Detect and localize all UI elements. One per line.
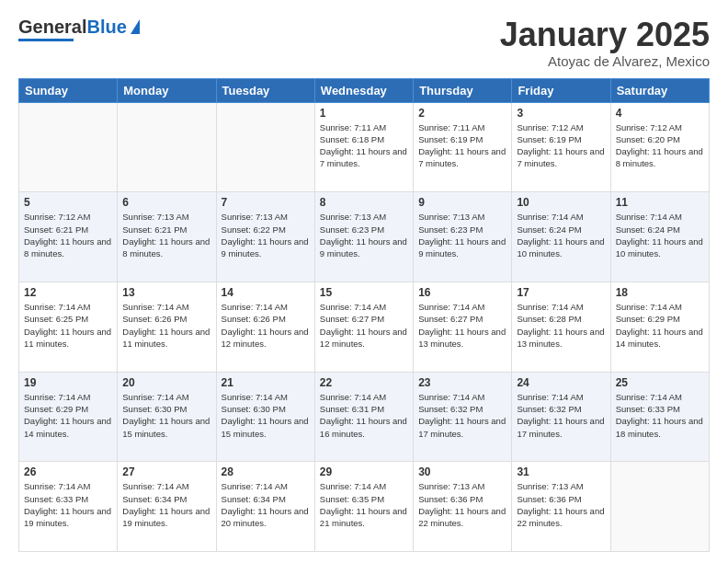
day-info-20: Sunrise: 7:14 AM Sunset: 6:30 PM Dayligh… [122,391,210,440]
day-info-4: Sunrise: 7:12 AM Sunset: 6:20 PM Dayligh… [616,121,704,170]
day-info-14: Sunrise: 7:14 AM Sunset: 6:26 PM Dayligh… [222,301,310,350]
day-number-7: 7 [222,196,310,209]
week-row-2: 5Sunrise: 7:12 AM Sunset: 6:21 PM Daylig… [19,192,710,282]
day-number-22: 22 [320,376,408,389]
day-cell-2-3: 15Sunrise: 7:14 AM Sunset: 6:27 PM Dayli… [314,282,413,372]
day-info-19: Sunrise: 7:14 AM Sunset: 6:29 PM Dayligh… [24,391,112,440]
header-wednesday: Wednesday [314,78,413,102]
day-number-18: 18 [616,286,704,299]
day-info-22: Sunrise: 7:14 AM Sunset: 6:31 PM Dayligh… [320,391,408,440]
day-cell-2-0: 12Sunrise: 7:14 AM Sunset: 6:25 PM Dayli… [19,282,118,372]
day-info-9: Sunrise: 7:13 AM Sunset: 6:23 PM Dayligh… [418,211,506,259]
day-number-25: 25 [616,376,704,389]
day-number-20: 20 [122,376,210,389]
day-cell-0-6: 4Sunrise: 7:12 AM Sunset: 6:20 PM Daylig… [610,102,709,192]
day-info-18: Sunrise: 7:14 AM Sunset: 6:29 PM Dayligh… [616,301,704,350]
day-info-21: Sunrise: 7:14 AM Sunset: 6:30 PM Dayligh… [222,391,310,440]
day-cell-0-1 [118,102,216,192]
day-number-5: 5 [24,196,112,209]
day-number-29: 29 [320,465,408,478]
header-monday: Monday [118,78,216,102]
day-info-7: Sunrise: 7:13 AM Sunset: 6:22 PM Dayligh… [222,211,310,259]
day-number-12: 12 [24,286,112,299]
day-info-2: Sunrise: 7:11 AM Sunset: 6:19 PM Dayligh… [418,121,506,170]
day-cell-4-1: 27Sunrise: 7:14 AM Sunset: 6:34 PM Dayli… [118,462,216,552]
day-cell-0-3: 1Sunrise: 7:11 AM Sunset: 6:18 PM Daylig… [314,102,413,192]
day-info-16: Sunrise: 7:14 AM Sunset: 6:27 PM Dayligh… [418,301,506,350]
day-info-10: Sunrise: 7:14 AM Sunset: 6:24 PM Dayligh… [517,211,605,259]
day-info-3: Sunrise: 7:12 AM Sunset: 6:19 PM Dayligh… [517,121,605,170]
day-cell-3-4: 23Sunrise: 7:14 AM Sunset: 6:32 PM Dayli… [414,372,512,462]
day-info-23: Sunrise: 7:14 AM Sunset: 6:32 PM Dayligh… [418,391,506,440]
header-friday: Friday [512,78,610,102]
day-number-8: 8 [320,196,408,209]
day-number-1: 1 [320,107,408,120]
day-number-14: 14 [222,286,310,299]
header-thursday: Thursday [414,78,512,102]
day-cell-2-5: 17Sunrise: 7:14 AM Sunset: 6:28 PM Dayli… [512,282,610,372]
day-cell-4-5: 31Sunrise: 7:13 AM Sunset: 6:36 PM Dayli… [512,462,610,552]
header: GeneralBlue January 2025 Atoyac de Alvar… [18,17,710,69]
logo-underline [18,39,74,41]
title-block: January 2025 Atoyac de Alvarez, Mexico [500,17,710,69]
calendar-title: January 2025 [500,17,710,53]
header-saturday: Saturday [610,78,709,102]
week-row-1: 1Sunrise: 7:11 AM Sunset: 6:18 PM Daylig… [19,102,710,192]
day-number-19: 19 [24,376,112,389]
day-info-12: Sunrise: 7:14 AM Sunset: 6:25 PM Dayligh… [24,301,112,350]
day-info-13: Sunrise: 7:14 AM Sunset: 6:26 PM Dayligh… [122,301,210,350]
day-number-10: 10 [517,196,605,209]
weekday-header-row: Sunday Monday Tuesday Wednesday Thursday… [19,78,710,102]
logo-triangle-icon [131,19,140,34]
day-cell-1-2: 7Sunrise: 7:13 AM Sunset: 6:22 PM Daylig… [216,192,314,282]
day-cell-2-2: 14Sunrise: 7:14 AM Sunset: 6:26 PM Dayli… [216,282,314,372]
day-cell-3-5: 24Sunrise: 7:14 AM Sunset: 6:32 PM Dayli… [512,372,610,462]
day-number-30: 30 [418,465,506,478]
day-cell-1-5: 10Sunrise: 7:14 AM Sunset: 6:24 PM Dayli… [512,192,610,282]
day-number-16: 16 [418,286,506,299]
day-number-4: 4 [616,107,704,120]
week-row-5: 26Sunrise: 7:14 AM Sunset: 6:33 PM Dayli… [19,462,710,552]
day-number-31: 31 [517,465,605,478]
day-info-28: Sunrise: 7:14 AM Sunset: 6:34 PM Dayligh… [222,480,310,529]
day-number-23: 23 [418,376,506,389]
day-number-9: 9 [418,196,506,209]
day-cell-4-3: 29Sunrise: 7:14 AM Sunset: 6:35 PM Dayli… [314,462,413,552]
day-cell-4-6 [610,462,709,552]
day-cell-2-1: 13Sunrise: 7:14 AM Sunset: 6:26 PM Dayli… [118,282,216,372]
day-cell-1-1: 6Sunrise: 7:13 AM Sunset: 6:21 PM Daylig… [118,192,216,282]
week-row-4: 19Sunrise: 7:14 AM Sunset: 6:29 PM Dayli… [19,372,710,462]
day-number-27: 27 [122,465,210,478]
day-info-26: Sunrise: 7:14 AM Sunset: 6:33 PM Dayligh… [24,480,112,529]
day-cell-3-1: 20Sunrise: 7:14 AM Sunset: 6:30 PM Dayli… [118,372,216,462]
day-info-6: Sunrise: 7:13 AM Sunset: 6:21 PM Dayligh… [122,211,210,259]
day-cell-1-6: 11Sunrise: 7:14 AM Sunset: 6:24 PM Dayli… [610,192,709,282]
day-info-29: Sunrise: 7:14 AM Sunset: 6:35 PM Dayligh… [320,480,408,529]
day-number-3: 3 [517,107,605,120]
day-number-21: 21 [222,376,310,389]
day-info-27: Sunrise: 7:14 AM Sunset: 6:34 PM Dayligh… [122,480,210,529]
day-number-13: 13 [122,286,210,299]
day-info-15: Sunrise: 7:14 AM Sunset: 6:27 PM Dayligh… [320,301,408,350]
calendar-location: Atoyac de Alvarez, Mexico [500,53,710,69]
day-cell-0-4: 2Sunrise: 7:11 AM Sunset: 6:19 PM Daylig… [414,102,512,192]
header-tuesday: Tuesday [216,78,314,102]
day-cell-1-3: 8Sunrise: 7:13 AM Sunset: 6:23 PM Daylig… [314,192,413,282]
day-info-25: Sunrise: 7:14 AM Sunset: 6:33 PM Dayligh… [616,391,704,440]
day-number-6: 6 [122,196,210,209]
day-cell-4-0: 26Sunrise: 7:14 AM Sunset: 6:33 PM Dayli… [19,462,118,552]
logo: GeneralBlue [18,17,140,41]
day-info-17: Sunrise: 7:14 AM Sunset: 6:28 PM Dayligh… [517,301,605,350]
calendar-table: Sunday Monday Tuesday Wednesday Thursday… [18,78,710,552]
day-cell-1-4: 9Sunrise: 7:13 AM Sunset: 6:23 PM Daylig… [414,192,512,282]
day-info-11: Sunrise: 7:14 AM Sunset: 6:24 PM Dayligh… [616,211,704,259]
day-number-17: 17 [517,286,605,299]
page: GeneralBlue January 2025 Atoyac de Alvar… [0,0,728,563]
day-cell-3-2: 21Sunrise: 7:14 AM Sunset: 6:30 PM Dayli… [216,372,314,462]
day-info-8: Sunrise: 7:13 AM Sunset: 6:23 PM Dayligh… [320,211,408,259]
day-cell-0-0 [19,102,118,192]
day-cell-3-3: 22Sunrise: 7:14 AM Sunset: 6:31 PM Dayli… [314,372,413,462]
day-cell-3-6: 25Sunrise: 7:14 AM Sunset: 6:33 PM Dayli… [610,372,709,462]
day-info-31: Sunrise: 7:13 AM Sunset: 6:36 PM Dayligh… [517,480,605,529]
header-sunday: Sunday [19,78,118,102]
